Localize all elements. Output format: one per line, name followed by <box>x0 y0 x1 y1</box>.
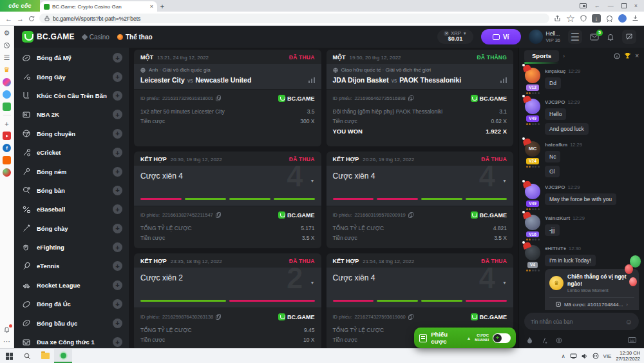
sidebar-item[interactable]: Bóng chày + <box>22 219 122 238</box>
back-button[interactable]: ← <box>5 15 12 23</box>
coccoc-taskbar-icon[interactable] <box>54 349 72 363</box>
expand-plus-icon[interactable]: + <box>113 72 122 82</box>
rain-tip-icon[interactable] <box>527 337 533 344</box>
settings-gear-icon[interactable]: ⚙ <box>3 29 11 37</box>
sidebar-item[interactable]: Bóng bàn + <box>22 181 122 200</box>
betslip-fab[interactable]: Phiếu cược ▲ CƯỢC NHANH + <box>414 328 516 348</box>
copy-icon[interactable] <box>408 314 413 320</box>
sidebar-item[interactable]: Đua xe Công thức 1 + <box>22 333 122 348</box>
download-active-icon[interactable]: ↓ <box>592 14 601 23</box>
pip-icon[interactable] <box>580 3 587 8</box>
new-tab-button[interactable]: + <box>157 1 167 12</box>
copy-icon[interactable] <box>216 95 221 101</box>
currency-selector[interactable]: ✕XRP▼ $0.01 <box>437 30 473 44</box>
shared-win-card[interactable]: ♛ Chiến thắng có vị ngọt ngào! Limbo Wow… <box>545 269 639 310</box>
combo-header[interactable]: Cược xiên 4 4 ▼ <box>134 166 321 195</box>
extension-icon[interactable] <box>606 15 613 22</box>
expand-plus-icon[interactable]: + <box>113 280 122 290</box>
browser-profile-avatar[interactable] <box>618 14 627 23</box>
copy-icon[interactable] <box>216 314 221 320</box>
chat-input[interactable]: ☺ <box>524 313 639 330</box>
minimize-button[interactable]: — <box>608 3 614 9</box>
chat-username[interactable]: VJC3PO12:29 <box>545 99 639 105</box>
restore-arrow-icon[interactable]: ← <box>594 3 600 9</box>
avatar[interactable] <box>525 245 540 260</box>
expand-plus-icon[interactable]: + <box>113 261 122 271</box>
avatar[interactable] <box>525 99 540 114</box>
shopee-icon[interactable] <box>3 156 11 164</box>
maximize-button[interactable] <box>621 3 627 8</box>
quick-menu-button[interactable]: ☰ <box>568 30 582 44</box>
tab-close-icon[interactable]: × <box>150 3 153 10</box>
expand-plus-icon[interactable]: + <box>113 319 122 328</box>
avatar[interactable] <box>525 184 540 199</box>
sidebar-item[interactable]: Bóng đá Mỹ + <box>22 48 122 67</box>
avatar[interactable] <box>525 68 540 83</box>
slash-command-icon[interactable] <box>541 337 547 344</box>
sidebar-item[interactable]: Khúc Côn Cầu Trên Băng + <box>22 86 122 105</box>
sidebar-item[interactable]: NBA 2K + <box>22 105 122 124</box>
shield-icon[interactable] <box>580 15 587 22</box>
game-center-icon[interactable] <box>3 103 11 111</box>
notifications-button[interactable] <box>607 33 614 41</box>
language-indicator[interactable]: VIE <box>603 353 612 359</box>
chat-username[interactable]: hateafkm12:29 <box>545 142 639 148</box>
downloads-tray-icon[interactable] <box>632 15 639 22</box>
sidebar-item[interactable]: Rocket League + <box>22 276 122 295</box>
history-icon[interactable] <box>3 41 11 50</box>
quick-bet-toggle[interactable]: + <box>493 333 511 343</box>
chat-channel-tab[interactable]: Sports <box>524 50 559 62</box>
chat-toggle-button[interactable] <box>622 30 636 44</box>
reload-button[interactable] <box>28 15 35 22</box>
url-bar[interactable]: bc.game/vi/sports?bt-path=%2Fbets <box>39 14 549 23</box>
teamviewer-icon[interactable] <box>592 353 599 359</box>
avatar[interactable] <box>525 215 540 230</box>
sidebar-item[interactable]: eFighting + <box>22 238 122 257</box>
nav-item-casino[interactable]: Casino <box>82 34 109 41</box>
browser-tab[interactable]: BC.Game: Crypto Casino Gan × <box>40 1 157 12</box>
expand-plus-icon[interactable]: + <box>113 242 122 252</box>
expand-plus-icon[interactable]: + <box>113 224 122 233</box>
bet-code-link[interactable]: Mã cược: #1011764844... › <box>549 297 634 308</box>
messenger-icon[interactable] <box>3 78 11 86</box>
reading-list-icon[interactable]: ☰ <box>3 54 11 62</box>
expand-plus-icon[interactable]: + <box>113 337 122 347</box>
keyboard-gif-icon[interactable] <box>628 337 636 343</box>
tray-expand-icon[interactable]: ∧ <box>562 353 565 359</box>
pinned-site-icon[interactable] <box>3 168 11 177</box>
add-app-icon[interactable]: + <box>3 119 11 128</box>
crown-icon[interactable]: ♛ <box>3 66 11 74</box>
avatar[interactable]: MC <box>525 141 540 157</box>
expand-plus-icon[interactable]: + <box>113 91 122 101</box>
volume-icon[interactable] <box>582 353 588 359</box>
chat-message-input[interactable] <box>531 319 621 325</box>
sidebar-item[interactable]: Bóng đá Úc + <box>22 295 122 313</box>
expand-plus-icon[interactable]: + <box>113 204 122 214</box>
copy-icon[interactable] <box>216 212 221 218</box>
file-explorer-icon[interactable] <box>36 349 54 363</box>
trophy-icon[interactable] <box>624 52 631 59</box>
expand-plus-icon[interactable]: + <box>113 299 122 309</box>
chat-username[interactable]: ♦HiThiT♦12:30 <box>545 246 639 251</box>
taskbar-search-icon[interactable] <box>18 349 36 363</box>
chevron-down-icon[interactable]: ▼ <box>502 179 507 183</box>
stats-icon[interactable] <box>308 77 315 83</box>
info-icon[interactable] <box>614 53 620 59</box>
sidebar-item[interactable]: Bóng chuyền + <box>22 124 122 143</box>
bookmark-star-icon[interactable]: ☆ <box>566 12 575 25</box>
chat-username[interactable]: VJC3PO12:29 <box>545 184 639 190</box>
notifications-bell-icon[interactable] <box>3 325 11 333</box>
combo-header[interactable]: Cược xiên 4 4 ▼ <box>327 268 514 297</box>
more-options-icon[interactable]: ⋯ <box>3 337 11 346</box>
copy-icon[interactable] <box>408 95 413 101</box>
mail-button[interactable]: 5 <box>590 34 599 41</box>
expand-plus-icon[interactable]: + <box>113 129 122 139</box>
sidebar-item[interactable]: eBaseball + <box>22 200 122 219</box>
bcgame-logo[interactable]: BC.GAME <box>22 31 75 43</box>
expand-plus-icon[interactable]: + <box>113 186 122 195</box>
user-profile[interactable]: Hell... VIP 36 <box>529 30 560 44</box>
chevron-down-icon[interactable]: ▼ <box>310 280 315 285</box>
taskbar-clock[interactable]: 12:30 CH 27/12/2022 <box>616 350 640 362</box>
chevron-down-icon[interactable]: ▼ <box>310 179 315 183</box>
chevron-right-icon[interactable]: › <box>563 53 565 59</box>
